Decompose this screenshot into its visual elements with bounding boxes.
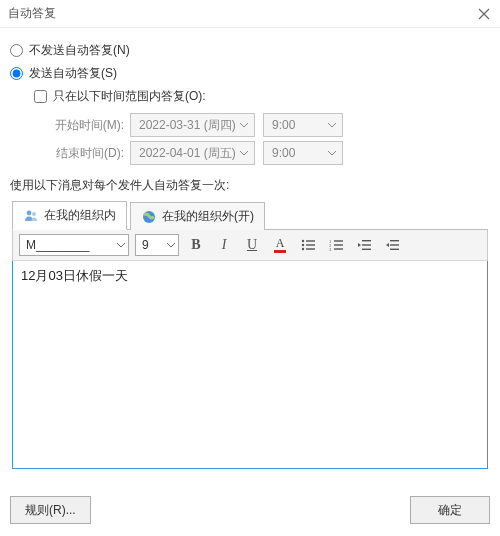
svg-rect-14: [334, 248, 343, 249]
font-size-value: 9: [142, 238, 149, 252]
svg-rect-15: [362, 240, 371, 241]
svg-point-7: [302, 248, 304, 250]
svg-rect-8: [306, 248, 315, 249]
svg-rect-12: [334, 244, 343, 245]
italic-button[interactable]: I: [213, 234, 235, 256]
tabs: 在我的组织内 在我的组织外(开): [12, 200, 488, 230]
end-time-value: 9:00: [272, 146, 295, 160]
timerange-checkbox-label: 只在以下时间范围内答复(O):: [53, 88, 206, 105]
number-list-icon: 1 2 3: [329, 239, 343, 251]
window-title: 自动答复: [8, 5, 56, 22]
autoreply-editor[interactable]: [13, 261, 487, 468]
bullet-list-button[interactable]: [297, 234, 319, 256]
people-icon: [23, 208, 39, 224]
tab-inside-label: 在我的组织内: [44, 207, 116, 224]
bullet-list-icon: [301, 239, 315, 251]
close-icon: [478, 8, 490, 20]
ok-button[interactable]: 确定: [410, 496, 490, 524]
svg-rect-18: [390, 240, 399, 241]
svg-point-3: [302, 240, 304, 242]
start-time-combo[interactable]: 9:00: [263, 113, 343, 137]
chevron-down-icon: [116, 242, 126, 248]
font-color-swatch: [274, 250, 286, 253]
svg-point-5: [302, 244, 304, 246]
outdent-icon: [357, 239, 371, 251]
radio-no-autoreply-input[interactable]: [10, 44, 23, 57]
font-family-value: M________: [26, 238, 89, 252]
svg-rect-19: [390, 244, 399, 245]
indent-button[interactable]: [381, 234, 403, 256]
svg-point-1: [32, 212, 36, 216]
globe-icon: [141, 209, 157, 225]
svg-text:1: 1: [329, 239, 331, 244]
radio-send-autoreply-input[interactable]: [10, 67, 23, 80]
font-color-button[interactable]: A: [269, 234, 291, 256]
svg-rect-6: [306, 244, 315, 245]
start-date-combo[interactable]: 2022-03-31 (周四): [130, 113, 255, 137]
outdent-button[interactable]: [353, 234, 375, 256]
svg-point-0: [27, 210, 32, 215]
number-list-button[interactable]: 1 2 3: [325, 234, 347, 256]
end-date-value: 2022-04-01 (周五): [139, 145, 236, 162]
chevron-down-icon: [326, 147, 338, 159]
timerange-checkbox[interactable]: [34, 90, 47, 103]
font-size-combo[interactable]: 9: [135, 234, 179, 256]
svg-point-2: [143, 211, 155, 223]
svg-text:2: 2: [329, 243, 331, 248]
radio-no-autoreply-label: 不发送自动答复(N): [29, 42, 130, 59]
tab-outside-label: 在我的组织外(开): [162, 208, 254, 225]
tab-outside-org[interactable]: 在我的组织外(开): [130, 202, 265, 230]
end-time-label: 结束时间(D):: [34, 145, 124, 162]
indent-icon: [385, 239, 399, 251]
close-button[interactable]: [476, 6, 492, 22]
end-date-combo[interactable]: 2022-04-01 (周五): [130, 141, 255, 165]
editor-toolbar: M________ 9 B I U A 1 2 3: [12, 230, 488, 261]
svg-rect-16: [362, 244, 371, 245]
svg-text:3: 3: [329, 247, 332, 251]
end-time-combo[interactable]: 9:00: [263, 141, 343, 165]
bold-button[interactable]: B: [185, 234, 207, 256]
svg-rect-10: [334, 240, 343, 241]
svg-rect-4: [306, 240, 315, 241]
radio-send-autoreply[interactable]: 发送自动答复(S): [10, 65, 490, 82]
chevron-down-icon: [238, 119, 250, 131]
start-time-label: 开始时间(M):: [34, 117, 124, 134]
svg-rect-20: [390, 249, 399, 250]
rules-button[interactable]: 规则(R)...: [10, 496, 91, 524]
underline-button[interactable]: U: [241, 234, 263, 256]
radio-send-autoreply-label: 发送自动答复(S): [29, 65, 117, 82]
chevron-down-icon: [326, 119, 338, 131]
font-color-a-icon: A: [276, 237, 285, 249]
font-family-combo[interactable]: M________: [19, 234, 129, 256]
tab-inside-org[interactable]: 在我的组织内: [12, 201, 127, 230]
radio-no-autoreply[interactable]: 不发送自动答复(N): [10, 42, 490, 59]
start-date-value: 2022-03-31 (周四): [139, 117, 236, 134]
chevron-down-icon: [238, 147, 250, 159]
svg-rect-17: [362, 249, 371, 250]
timerange-checkbox-row[interactable]: 只在以下时间范围内答复(O):: [34, 88, 490, 105]
start-time-value: 9:00: [272, 118, 295, 132]
chevron-down-icon: [166, 242, 176, 248]
section-label: 使用以下消息对每个发件人自动答复一次:: [10, 177, 490, 194]
